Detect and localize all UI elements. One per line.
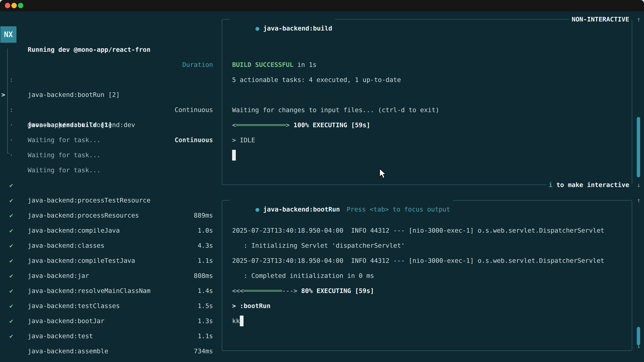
task-row-processResources[interactable]: ✔ java-backend:processResources 1.0s [0, 178, 222, 193]
mouse-cursor [379, 168, 387, 179]
pagination: ← 1/2 → [10, 359, 37, 362]
task-row-compileTestJava[interactable]: ✔ java-backend:compileTestJava 808ms [0, 223, 222, 238]
progress-bar-fill: ══════════ [244, 287, 282, 295]
terminal-input-line[interactable]: kk [232, 313, 631, 329]
active-task-list: : java-backend:bootRun [2] Continuous > … [0, 57, 222, 147]
task-list-panel: NX Running dev @mono-app/react-fron Dura… [0, 0, 222, 362]
task-row-test[interactable]: ✔ java-backend:test 734ms [0, 298, 222, 313]
typed-input-text: kk [232, 317, 240, 325]
terminal-row [232, 208, 631, 223]
task-row-build-selected[interactable]: > : java-backend:build [1] Continuous [0, 72, 222, 87]
check-icon: ✔ [10, 329, 13, 344]
terminal-window: NX Running dev @mono-app/react-fron Dura… [0, 0, 644, 362]
task-row-classes[interactable]: ✔ java-backend:classes 1.1s [0, 208, 222, 223]
pending-dot-icon: · [10, 147, 13, 163]
run-command-title: Running dev @mono-app/react-fron [28, 42, 150, 57]
task-row-processTestResource[interactable]: ✔ java-backend:processTestResource 889ms [0, 163, 222, 178]
log-line: 2025-07-23T13:40:18.950-04:00 INFO 44312… [232, 223, 631, 238]
completed-task-list: ✔ java-backend:processTestResource 889ms… [0, 163, 222, 329]
task-list-footer: ← 1/2 → quit: q help: ? [0, 344, 222, 359]
task-list-header: Running dev @mono-app/react-fron Duratio… [0, 27, 222, 42]
task-row-waiting-2[interactable]: · Waiting for task... [0, 117, 222, 132]
task-row-assemble[interactable]: ✔ java-backend:assemble 774ms [0, 313, 222, 329]
scroll-up-icon[interactable]: ↑ [635, 196, 642, 205]
scroll-down-icon[interactable]: ↓ [635, 341, 642, 350]
bootrun-pane-title: ●java-backend:bootRunPress <tab> to focu… [230, 196, 453, 205]
task-row-resolveMainClassName[interactable]: ✔ java-backend:resolveMainClassNam 1.5s [0, 253, 222, 268]
terminal-cursor [240, 316, 244, 326]
log-line: : Completed initialization in 0 ms [232, 268, 631, 283]
bootrun-prompt-line: > :bootRun [232, 298, 631, 313]
task-row-waiting-3[interactable]: · Waiting for task... [0, 132, 222, 147]
task-row-testClasses[interactable]: ✔ java-backend:testClasses 1.3s [0, 268, 222, 283]
gradle-progress-line: <<<══════════---> 80% EXECUTING [59s] [232, 283, 631, 298]
task-row-bootrun[interactable]: : java-backend:bootRun [2] Continuous [0, 57, 222, 72]
task-row-bootJar[interactable]: ✔ java-backend:bootJar 1.1s [0, 283, 222, 298]
progress-status: 80% EXECUTING [59s] [297, 287, 374, 295]
task-row-waiting-1[interactable]: · Waiting for task... [0, 102, 222, 117]
bootrun-pane-output: 2025-07-23T13:40:18.950-04:00 INFO 44312… [232, 208, 631, 329]
task-row-frontend-dev[interactable]: : @mono-app/react-frontend:dev Continuou… [0, 87, 222, 102]
bootrun-output-pane[interactable]: ●java-backend:bootRunPress <tab> to focu… [222, 0, 644, 362]
log-line: : Initializing Servlet 'dispatcherServle… [232, 238, 631, 253]
task-row-jar[interactable]: ✔ java-backend:jar 1.4s [0, 238, 222, 253]
log-line: 2025-07-23T13:40:18.950-04:00 INFO 44312… [232, 253, 631, 268]
task-row-compileJava[interactable]: ✔ java-backend:compileJava 4.3s [0, 193, 222, 208]
